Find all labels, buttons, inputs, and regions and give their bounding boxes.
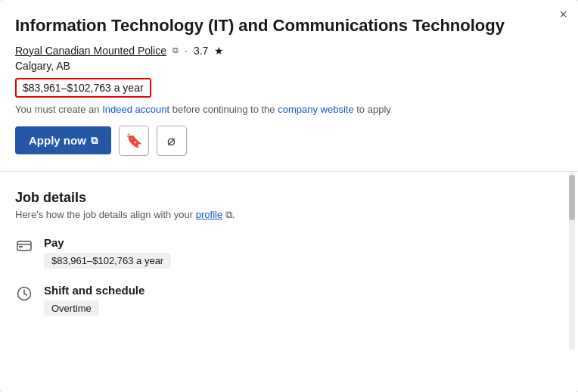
- salary-range: $83,961–$102,763 a year: [15, 78, 151, 98]
- scrollbar-thumb: [569, 175, 575, 220]
- schedule-detail: Shift and schedule Overtime: [15, 284, 560, 316]
- profile-ext-icon: ⧉: [222, 209, 232, 220]
- pay-value-tag: $83,961–$102,763 a year: [44, 253, 171, 269]
- not-interested-button[interactable]: ⌀: [157, 126, 187, 156]
- scrollbar[interactable]: [569, 172, 575, 350]
- subtitle-suffix: .: [232, 209, 235, 220]
- company-external-icon: ⧉: [172, 45, 179, 55]
- svg-line-5: [24, 294, 27, 295]
- job-title: Information Technology (IT) and Communic…: [15, 15, 560, 37]
- pay-icon: [15, 238, 33, 258]
- top-section: Information Technology (IT) and Communic…: [0, 0, 578, 172]
- company-row: Royal Canadian Mounted Police ⧉ · 3.7 ★: [15, 45, 560, 57]
- job-location: Calgary, AB: [15, 60, 560, 72]
- company-name-link[interactable]: Royal Canadian Mounted Police: [15, 45, 166, 57]
- notice-prefix: You must create an: [15, 104, 102, 115]
- company-divider: ·: [185, 45, 188, 57]
- apply-external-icon: ⧉: [91, 135, 98, 147]
- schedule-label: Shift and schedule: [44, 284, 144, 297]
- apply-notice: You must create an Indeed account before…: [15, 104, 560, 115]
- block-icon: ⌀: [167, 132, 176, 149]
- notice-suffix: to apply: [354, 104, 391, 115]
- notice-mid: before continuing to the: [169, 104, 278, 115]
- apply-label: Apply now: [29, 134, 86, 147]
- profile-link[interactable]: profile: [196, 209, 222, 220]
- pay-label: Pay: [44, 236, 171, 249]
- star-icon: ★: [214, 45, 224, 57]
- company-rating: 3.7: [194, 45, 208, 57]
- pay-content: Pay $83,961–$102,763 a year: [44, 236, 171, 269]
- bottom-section: Job details Here's how the job details a…: [0, 172, 578, 350]
- bookmark-icon: 🔖: [126, 132, 142, 149]
- job-modal: × Information Technology (IT) and Commun…: [0, 0, 578, 392]
- job-details-subtitle: Here's how the job details align with yo…: [15, 209, 560, 221]
- close-button[interactable]: ×: [559, 8, 567, 21]
- actions-row: Apply now ⧉ 🔖 ⌀: [15, 126, 560, 156]
- svg-rect-2: [19, 246, 23, 247]
- job-details-title: Job details: [15, 190, 560, 206]
- indeed-account-link[interactable]: Indeed account: [102, 104, 169, 115]
- save-button[interactable]: 🔖: [119, 126, 149, 156]
- schedule-content: Shift and schedule Overtime: [44, 284, 144, 316]
- schedule-value-tag: Overtime: [44, 300, 99, 316]
- company-website-link[interactable]: company website: [278, 104, 353, 115]
- subtitle-prefix: Here's how the job details align with yo…: [15, 209, 196, 220]
- apply-now-button[interactable]: Apply now ⧉: [15, 126, 111, 154]
- schedule-icon: [15, 285, 33, 306]
- pay-detail: Pay $83,961–$102,763 a year: [15, 236, 560, 269]
